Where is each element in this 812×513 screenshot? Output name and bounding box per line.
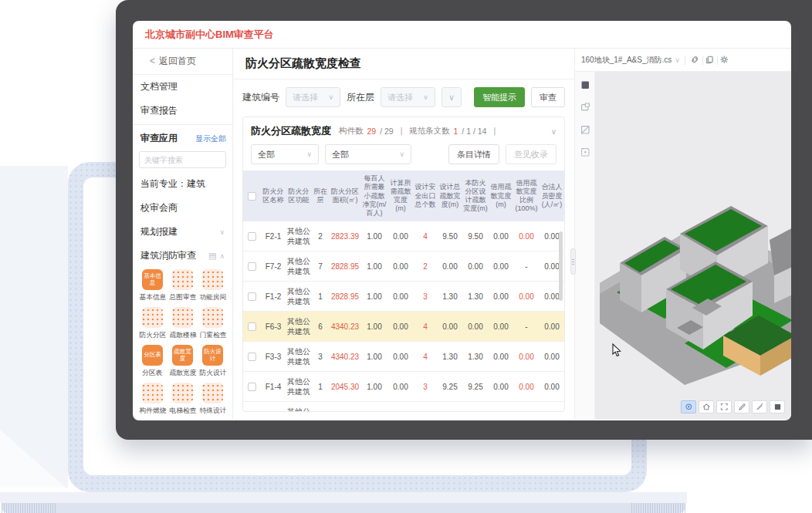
row-checkbox[interactable] bbox=[248, 322, 256, 331]
fire-module-基本信息[interactable]: 基本信息基本信息 bbox=[137, 269, 167, 302]
expand-filter-button[interactable]: ∨ bbox=[442, 87, 462, 107]
back-home-button[interactable]: <返回首页 bbox=[133, 49, 232, 75]
cell: 4 bbox=[413, 312, 438, 342]
cell: 0.00 bbox=[513, 372, 540, 402]
select-all-checkbox[interactable] bbox=[248, 192, 256, 201]
section-icon[interactable] bbox=[580, 124, 590, 134]
sidebar-item-审查报告[interactable]: 审查报告 bbox=[133, 99, 232, 123]
module-icon bbox=[142, 307, 163, 328]
fire-module-防火分区[interactable]: 防火分区 bbox=[137, 307, 167, 340]
floor-label: 所在层 bbox=[347, 91, 374, 104]
table-row[interactable]: F2-1其他公共建筑22823.391.000.0049.509.500.000… bbox=[243, 221, 564, 251]
table-row[interactable]: F6-3其他公共建筑64340.231.000.0040.000.000.00-… bbox=[243, 312, 564, 342]
fire-module-防火设计[interactable]: 防火设计防火设计 bbox=[198, 345, 228, 378]
orbit-icon[interactable] bbox=[681, 400, 696, 413]
sidebar-item-fire-review[interactable]: 建筑消防审查 ▤ ∧ bbox=[133, 244, 232, 268]
column-header: 设计总疏散宽度(m) bbox=[438, 170, 462, 221]
module-icon bbox=[202, 383, 223, 403]
sidebar-item-consult[interactable]: 校审会商 bbox=[133, 196, 232, 220]
fire-module-疏散楼梯[interactable]: 疏散楼梯 bbox=[167, 307, 198, 340]
table-row[interactable]: F3-3其他公共建筑34340.231.000.0041.301.300.000… bbox=[243, 342, 564, 372]
link-icon[interactable] bbox=[690, 55, 701, 66]
module-label: 总图审查 bbox=[169, 293, 196, 302]
filter-select-2[interactable]: 全部∨ bbox=[325, 144, 411, 164]
measure-icon[interactable] bbox=[752, 400, 767, 413]
module-label: 功能房间 bbox=[199, 293, 226, 302]
fire-module-门窗检查[interactable]: 门窗检查 bbox=[198, 307, 228, 340]
row-checkbox-cell bbox=[243, 312, 260, 342]
module-icon bbox=[142, 383, 163, 403]
module-icon bbox=[172, 307, 193, 328]
model-file-select[interactable]: 160地块_1#_A&S_消防.cs ∨ bbox=[581, 55, 680, 66]
chevron-down-icon: ∨ bbox=[423, 93, 428, 101]
collapse-chevron-icon[interactable]: ∨ bbox=[551, 127, 557, 136]
building-number-label: 建筑编号 bbox=[242, 91, 279, 104]
fire-module-构件燃烧[interactable]: 构件燃烧 bbox=[137, 383, 167, 416]
item-detail-button[interactable]: 条目详情 bbox=[448, 144, 499, 164]
cube-icon[interactable] bbox=[770, 400, 785, 413]
cell: 0.00 bbox=[388, 372, 413, 402]
cell: 3 bbox=[311, 402, 330, 412]
review-button[interactable]: 审查 bbox=[531, 87, 565, 107]
cell: F2-1 bbox=[260, 221, 286, 251]
model-3d-canvas[interactable] bbox=[595, 72, 791, 420]
fire-module-分区表[interactable]: 分区表分区表 bbox=[137, 345, 167, 378]
smart-tip-button[interactable]: 智能提示 bbox=[474, 87, 525, 107]
cell: 0.00 bbox=[489, 282, 513, 312]
module-label: 防火设计 bbox=[199, 369, 226, 378]
module-label: 疏散宽度 bbox=[169, 369, 196, 378]
panel-resize-handle[interactable] bbox=[570, 248, 576, 275]
select-all-header[interactable] bbox=[243, 170, 260, 221]
fullscreen-icon[interactable] bbox=[716, 400, 732, 413]
settings-icon[interactable] bbox=[719, 55, 730, 66]
row-checkbox[interactable] bbox=[248, 232, 256, 241]
module-icon: 防火设计 bbox=[202, 345, 223, 366]
laptop-back-panel bbox=[0, 166, 68, 488]
sidebar-item-planning[interactable]: 规划报建 ∨ bbox=[133, 220, 232, 244]
cell: 1.00 bbox=[360, 342, 388, 372]
model-solid-icon[interactable] bbox=[580, 79, 590, 89]
pencil-icon[interactable] bbox=[734, 400, 749, 413]
show-all-link[interactable]: 显示全部 bbox=[195, 133, 226, 144]
table-row[interactable]: F7-2其他公共建筑72828.951.000.0020.000.000.00-… bbox=[243, 251, 564, 282]
module-label: 基本信息 bbox=[139, 293, 166, 302]
table-scrollbar[interactable] bbox=[559, 231, 563, 301]
chevron-down-icon: ∨ bbox=[675, 56, 680, 64]
cell: 0.00 bbox=[540, 342, 564, 372]
row-checkbox-cell bbox=[243, 342, 260, 372]
cell: 9.50 bbox=[462, 221, 489, 251]
fire-module-功能房间[interactable]: 功能房间 bbox=[198, 269, 228, 302]
row-checkbox-cell bbox=[243, 402, 260, 412]
copy-icon[interactable] bbox=[705, 55, 716, 66]
filter-select-1[interactable]: 全部∨ bbox=[251, 144, 319, 164]
cell: 其他公共建筑 bbox=[286, 402, 311, 412]
fire-module-特殊设计[interactable]: 特殊设计 bbox=[198, 383, 228, 416]
row-checkbox[interactable] bbox=[248, 353, 256, 361]
fire-module-总图审查[interactable]: 总图审查 bbox=[167, 269, 198, 302]
home-icon[interactable] bbox=[699, 400, 714, 413]
table-row[interactable]: F1-2其他公共建筑12828.951.000.0031.301.300.000… bbox=[243, 282, 564, 312]
fire-module-疏散宽度[interactable]: 疏散宽度疏散宽度 bbox=[167, 345, 198, 378]
building-number-select[interactable]: 请选择∨ bbox=[286, 87, 340, 107]
keyword-search-input[interactable] bbox=[139, 151, 226, 168]
table-row[interactable]: F3-1其他公共建筑32823.391.000.0020.000.000.00-… bbox=[243, 402, 564, 412]
cell: 0.00 bbox=[438, 402, 462, 412]
cell: 0.00 bbox=[489, 342, 513, 372]
cell: - bbox=[513, 251, 540, 282]
fire-module-电梯检查[interactable]: 电梯检查 bbox=[167, 383, 198, 416]
row-checkbox[interactable] bbox=[248, 383, 256, 391]
module-label: 防火分区 bbox=[139, 331, 166, 340]
chevron-up-icon: ∧ bbox=[219, 252, 225, 260]
cell: F7-2 bbox=[260, 251, 286, 282]
row-checkbox[interactable] bbox=[248, 292, 256, 301]
cell: 0.00 bbox=[513, 221, 540, 251]
table-row[interactable]: F1-4其他公共建筑12045.301.000.0039.259.250.000… bbox=[243, 372, 564, 402]
opinion-collect-button[interactable]: 意见收录 bbox=[506, 144, 557, 164]
laptop-hinge bbox=[0, 492, 687, 503]
floor-select[interactable]: 请选择∨ bbox=[381, 87, 435, 107]
sidebar-item-文档管理[interactable]: 文档管理 bbox=[133, 75, 232, 99]
row-checkbox[interactable] bbox=[248, 262, 256, 271]
grid-icon[interactable] bbox=[580, 147, 590, 157]
chevron-down-icon: ∨ bbox=[328, 93, 333, 101]
model-outline-icon[interactable] bbox=[580, 102, 590, 112]
